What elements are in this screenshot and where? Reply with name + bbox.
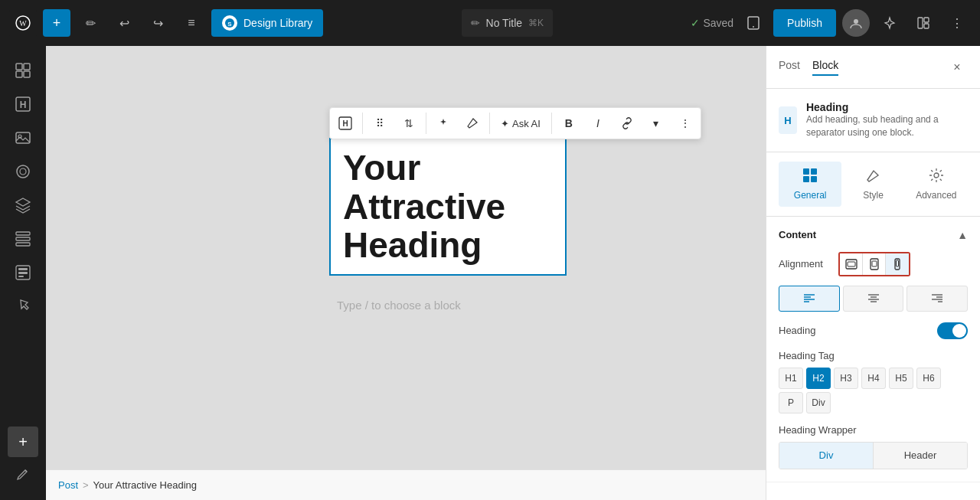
- title-pen-icon: ✏: [471, 17, 480, 29]
- transform-button[interactable]: [430, 109, 457, 137]
- title-area[interactable]: ✏ No Title ⌘K: [462, 9, 553, 37]
- tag-h3-button[interactable]: H3: [834, 368, 858, 389]
- tab-block[interactable]: Block: [812, 59, 838, 76]
- block-placeholder[interactable]: Type / to choose a block: [337, 299, 461, 312]
- tab-advanced[interactable]: Advanced: [905, 162, 968, 207]
- svg-text:H: H: [20, 100, 27, 110]
- move-up-down-button[interactable]: ⇅: [395, 109, 423, 137]
- general-tab-label: General: [794, 190, 827, 201]
- sidebar-icon-grid[interactable]: [8, 224, 38, 254]
- heading-block[interactable]: Your Attractive Heading: [329, 138, 567, 276]
- user-avatar[interactable]: [842, 9, 870, 37]
- layout-button[interactable]: [910, 9, 937, 37]
- format-dropdown-button[interactable]: ▾: [642, 109, 670, 137]
- svg-rect-38: [848, 262, 855, 266]
- align-desktop-button[interactable]: [840, 253, 863, 275]
- tab-general[interactable]: General: [779, 162, 841, 207]
- breadcrumb: Post > Your Attractive Heading: [46, 469, 766, 500]
- edit-mode-button[interactable]: ✏: [77, 9, 104, 37]
- ai-button[interactable]: [876, 9, 903, 37]
- post-title: No Title: [486, 17, 522, 29]
- drag-handle[interactable]: ⠿: [366, 109, 394, 137]
- svg-rect-10: [924, 24, 929, 28]
- tag-h5-button[interactable]: H5: [889, 368, 913, 389]
- canvas-content: H ⠿ ⇅ ✦ Ask AI B I: [46, 46, 766, 469]
- canvas-area: H ⠿ ⇅ ✦ Ask AI B I: [46, 46, 766, 500]
- svg-point-19: [17, 165, 29, 178]
- bold-button[interactable]: B: [555, 109, 583, 137]
- svg-point-36: [934, 173, 939, 178]
- content-section: Content ▲ Alignment: [766, 217, 980, 482]
- sidebar-edit-icon[interactable]: [8, 460, 38, 491]
- alignment-label: Alignment: [779, 258, 832, 270]
- subtabs: General Style Advanced: [766, 152, 980, 217]
- text-align-center-button[interactable]: [843, 286, 904, 312]
- tag-div-button[interactable]: Div: [806, 392, 831, 413]
- sidebar-icon-heading[interactable]: H: [8, 89, 38, 119]
- tablet-preview-button[interactable]: [740, 9, 767, 37]
- block-description: Add heading, sub heading and a separator…: [806, 113, 968, 139]
- svg-rect-27: [18, 276, 24, 277]
- add-block-button[interactable]: +: [43, 9, 70, 37]
- close-sidebar-button[interactable]: ×: [946, 57, 968, 78]
- link-button[interactable]: [613, 109, 641, 137]
- cmd-k-hint: ⌘K: [528, 18, 544, 28]
- tab-style[interactable]: Style: [841, 162, 904, 207]
- breadcrumb-current: Your Attractive Heading: [93, 479, 197, 491]
- sidebar-icon-pointer[interactable]: [8, 291, 38, 322]
- topbar: W + ✏ ↩ ↪ ≡ S Design Library ✏ No Title …: [0, 0, 980, 46]
- tag-h2-button[interactable]: H2: [806, 368, 831, 389]
- more-block-options-button[interactable]: ⋮: [671, 109, 699, 137]
- tag-h1-button[interactable]: H1: [779, 368, 803, 389]
- heading-toggle-label: Heading: [779, 325, 815, 336]
- svg-text:W: W: [19, 19, 27, 28]
- sidebar-icon-query[interactable]: [8, 257, 38, 288]
- heading-tag-section: Heading Tag H1 H2 H3 H4 H5 H6 P Div: [779, 350, 968, 413]
- heading-tag-label: Heading Tag: [779, 350, 968, 361]
- publish-button[interactable]: Publish: [773, 9, 836, 37]
- undo-button[interactable]: ↩: [110, 9, 138, 37]
- heading-toggle[interactable]: [937, 322, 968, 339]
- tab-post[interactable]: Post: [779, 59, 800, 76]
- wrapper-label: Heading Wrapper: [779, 424, 968, 436]
- left-sidebar: H +: [0, 46, 46, 500]
- wrapper-header-button[interactable]: Header: [874, 443, 967, 469]
- style-button[interactable]: [459, 109, 486, 137]
- content-collapse-button[interactable]: ▲: [957, 229, 968, 241]
- svg-rect-21: [16, 232, 30, 235]
- saved-indicator: Saved: [691, 17, 733, 29]
- text-align-right-button[interactable]: [906, 286, 968, 312]
- block-type-button[interactable]: H: [332, 109, 359, 137]
- breadcrumb-post-link[interactable]: Post: [58, 479, 78, 491]
- svg-rect-34: [803, 176, 809, 182]
- block-info-icon: H: [779, 106, 797, 134]
- sidebar-icon-layers[interactable]: [8, 190, 38, 221]
- wrapper-div-button[interactable]: Div: [779, 443, 874, 469]
- sidebar-icon-image[interactable]: [8, 123, 38, 153]
- text-align-left-button[interactable]: [779, 286, 840, 312]
- italic-button[interactable]: I: [584, 109, 612, 137]
- tag-p-button[interactable]: P: [779, 392, 803, 413]
- more-options-button[interactable]: ⋮: [943, 9, 971, 37]
- redo-button[interactable]: ↪: [144, 9, 172, 37]
- heading-text[interactable]: Your Attractive Heading: [343, 149, 553, 265]
- align-mobile-button[interactable]: [886, 253, 909, 275]
- design-library-button[interactable]: S Design Library: [211, 9, 323, 37]
- svg-rect-35: [811, 176, 817, 182]
- advanced-icon: [929, 168, 944, 187]
- tag-h6-button[interactable]: H6: [916, 368, 941, 389]
- svg-point-7: [854, 19, 858, 24]
- sidebar-add-button[interactable]: +: [8, 426, 38, 457]
- svg-rect-8: [918, 18, 923, 28]
- svg-point-20: [20, 168, 26, 175]
- menu-button[interactable]: ≡: [178, 9, 205, 37]
- tag-h4-button[interactable]: H4: [861, 368, 886, 389]
- sidebar-icon-blocks[interactable]: [8, 55, 38, 86]
- wp-logo[interactable]: W: [9, 9, 37, 37]
- ask-ai-button[interactable]: ✦ Ask AI: [493, 109, 548, 137]
- sidebar-icon-circle[interactable]: [8, 156, 38, 187]
- block-toolbar: H ⠿ ⇅ ✦ Ask AI B I: [329, 107, 701, 139]
- align-tablet-button[interactable]: [863, 253, 886, 275]
- advanced-tab-label: Advanced: [916, 190, 956, 201]
- toolbar-divider-2: [426, 113, 426, 134]
